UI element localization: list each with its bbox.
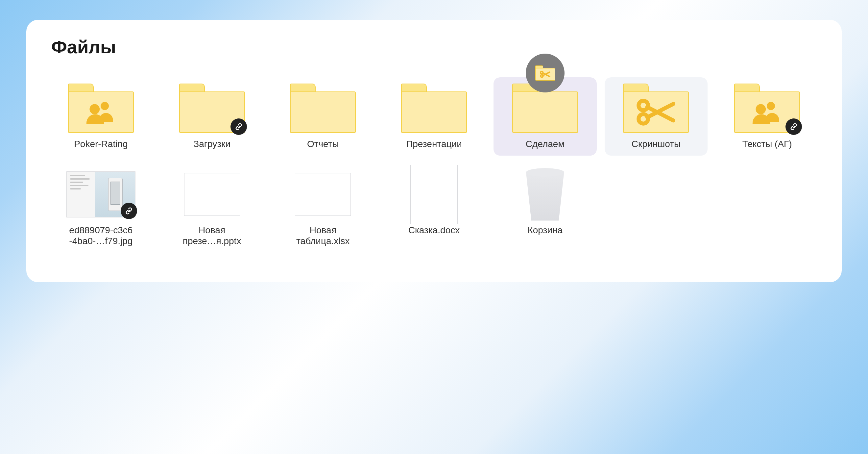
link-badge-icon bbox=[230, 118, 247, 135]
grid-item[interactable]: ed889079-c3c6 -4ba0-…f79.jpg bbox=[49, 163, 153, 253]
folder-icon bbox=[179, 84, 245, 133]
grid-item[interactable]: Корзина bbox=[494, 163, 597, 253]
image-thumbnail[interactable] bbox=[66, 168, 135, 221]
item-label: Скриншоты bbox=[631, 139, 681, 150]
no-icon bbox=[290, 91, 356, 133]
file-icon bbox=[410, 165, 458, 224]
grid-item[interactable]: Сделаем bbox=[494, 77, 597, 156]
folder-icon bbox=[401, 84, 467, 133]
folder-thumbnail[interactable] bbox=[66, 82, 135, 134]
file-icon bbox=[184, 173, 240, 216]
file-thumbnail[interactable] bbox=[400, 168, 468, 221]
file-thumbnail[interactable] bbox=[288, 168, 358, 221]
page-title: Файлы bbox=[51, 36, 819, 58]
folder-icon bbox=[734, 84, 800, 133]
link-badge-icon bbox=[785, 118, 802, 135]
item-label: Новая презе…я.pptx bbox=[183, 225, 241, 247]
folder-thumbnail[interactable] bbox=[733, 82, 802, 134]
folder-thumbnail[interactable] bbox=[510, 82, 580, 134]
folder-thumbnail[interactable] bbox=[400, 82, 468, 134]
grid-item[interactable]: Загрузки bbox=[160, 77, 264, 156]
item-label: Сделаем bbox=[526, 139, 564, 150]
folder-icon bbox=[623, 84, 689, 133]
drag-cursor-badge bbox=[526, 54, 564, 92]
svg-point-1 bbox=[89, 104, 100, 115]
svg-point-0 bbox=[101, 102, 109, 110]
grid-item[interactable]: Отчеты bbox=[271, 77, 374, 156]
files-panel: Файлы Poker-Rating Загрузки bbox=[26, 20, 842, 282]
folder-thumbnail[interactable] bbox=[288, 82, 358, 134]
trash-thumbnail[interactable] bbox=[510, 168, 580, 221]
item-label: Poker-Rating bbox=[74, 139, 128, 150]
item-label: Презентации bbox=[406, 139, 462, 150]
trash-icon bbox=[524, 168, 566, 221]
people-icon bbox=[68, 91, 134, 133]
item-label: Сказка.docx bbox=[408, 225, 460, 236]
folder-thumbnail[interactable] bbox=[178, 82, 247, 134]
grid-item[interactable]: Скриншоты bbox=[604, 77, 708, 156]
image-preview bbox=[66, 172, 135, 217]
svg-point-10 bbox=[767, 102, 775, 110]
item-label: Загрузки bbox=[193, 139, 230, 150]
grid-item[interactable]: Poker-Rating bbox=[49, 77, 153, 156]
item-label: Корзина bbox=[527, 225, 563, 236]
file-icon bbox=[295, 173, 351, 216]
item-label: Новая таблица.xlsx bbox=[296, 225, 349, 247]
scissors-icon bbox=[623, 91, 689, 133]
grid-item[interactable]: Презентации bbox=[382, 77, 486, 156]
no-icon bbox=[512, 91, 578, 133]
no-icon bbox=[401, 91, 467, 133]
svg-point-11 bbox=[756, 104, 766, 115]
grid-item[interactable]: Тексты (АГ) bbox=[715, 77, 819, 156]
grid-item[interactable]: Новая таблица.xlsx bbox=[271, 163, 374, 253]
item-label: ed889079-c3c6 -4ba0-…f79.jpg bbox=[69, 225, 132, 247]
item-label: Отчеты bbox=[307, 139, 339, 150]
grid-item[interactable]: Сказка.docx bbox=[382, 163, 486, 253]
folder-icon bbox=[290, 84, 356, 133]
folder-thumbnail[interactable] bbox=[621, 82, 690, 134]
folder-icon bbox=[68, 84, 134, 133]
link-badge-icon bbox=[121, 203, 137, 219]
files-grid: Poker-Rating Загрузки Отчеты bbox=[49, 77, 819, 253]
file-thumbnail[interactable] bbox=[178, 168, 247, 221]
grid-item[interactable]: Новая презе…я.pptx bbox=[160, 163, 264, 253]
item-label: Тексты (АГ) bbox=[742, 139, 792, 150]
